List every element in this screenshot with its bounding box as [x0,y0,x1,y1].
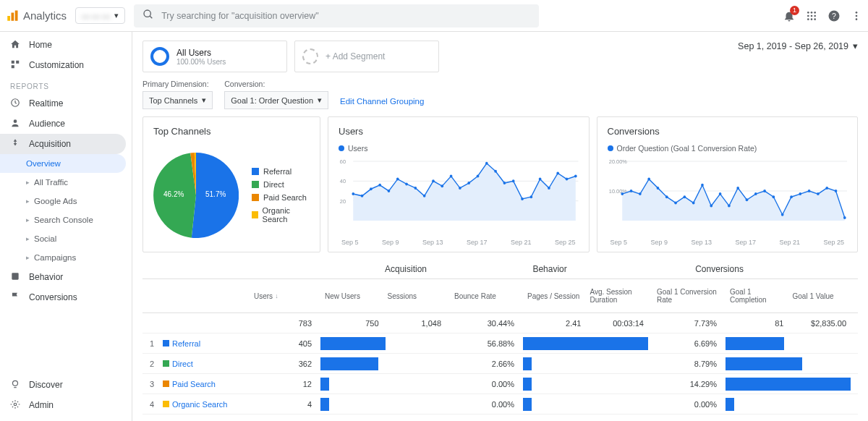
nav-sub-social[interactable]: ▸Social [0,229,132,248]
gear-icon [10,399,20,412]
card-conversions: Conversions Order Question (Goal 1 Conve… [597,116,859,252]
svg-point-54 [539,178,542,181]
primary-dimension-select[interactable]: Top Channels▾ [142,91,213,109]
svg-point-38 [396,178,399,181]
account-selector[interactable]: — — — ▾ [75,7,125,24]
nav-acquisition[interactable]: Acquisition [0,134,126,154]
behavior-icon [10,271,20,284]
svg-point-57 [566,178,569,181]
table-row[interactable]: 2 Direct 362 2.66% 8.79% [142,354,858,374]
card-users: Users Users 204060 Sep 5Sep 9Sep 13Sep 1… [328,116,590,252]
svg-point-44 [450,175,453,178]
svg-point-58 [574,175,577,178]
group-behavior: Behavior [532,260,695,278]
svg-point-51 [512,179,515,182]
col-bounce[interactable]: Bounce Rate [450,279,519,312]
users-line-chart[interactable]: 204060 Sep 5Sep 9Sep 13Sep 17Sep 21Sep 2… [339,157,579,246]
svg-point-35 [370,187,373,190]
svg-point-72 [701,184,704,187]
segment-all-users[interactable]: All Users 100.00% Users [142,41,287,72]
chevron-down-icon: ▾ [318,95,322,105]
chevron-right-icon: ▸ [26,216,30,224]
chevron-down-icon: ▾ [114,11,119,20]
customization-icon [10,59,20,72]
svg-rect-2 [15,10,18,20]
table-row[interactable]: 4 Organic Search 4 0.00% 0.00% [142,394,858,414]
col-users[interactable]: Users↓ [250,279,316,312]
svg-rect-20 [16,60,19,63]
apps-icon[interactable] [806,10,817,22]
table-row[interactable]: 1 Referral 405 56.88% 6.69% [142,333,858,354]
more-icon[interactable] [851,10,862,22]
svg-point-12 [811,18,813,20]
chevron-right-icon: ▸ [26,197,30,205]
pie-chart[interactable]: 51.7% 46.2% [153,153,239,238]
col-g1comp[interactable]: Goal 1 Completion [726,284,788,308]
svg-point-55 [548,187,550,190]
help-icon[interactable]: ? [827,9,841,22]
svg-rect-19 [12,60,14,63]
chevron-down-icon: ▾ [853,41,858,51]
nav-audience[interactable]: Audience [0,114,132,134]
conversion-select[interactable]: Goal 1: Order Question▾ [224,91,328,109]
svg-text:20: 20 [340,197,346,204]
pie-legend: ReferralDirectPaid SearchOrganic Search [252,167,310,224]
nav-discover[interactable]: Discover [0,375,132,395]
nav-sub-search-console[interactable]: ▸Search Console [0,210,132,229]
notifications-button[interactable]: 1 [783,9,796,22]
nav-realtime[interactable]: Realtime [0,93,132,114]
svg-point-39 [405,182,408,185]
col-new-users[interactable]: New Users [320,288,383,305]
col-sessions[interactable]: Sessions [383,288,446,305]
svg-point-37 [388,190,391,192]
svg-point-67 [656,187,659,190]
col-pps[interactable]: Pages / Session [523,288,586,305]
conversions-line-chart[interactable]: 10.00%20.00% Sep 5Sep 9Sep 13Sep 17Sep 2… [608,157,848,246]
table-row[interactable]: 3 Paid Search 12 0.00% 14.29% [142,374,858,394]
account-name: — — — [82,12,110,20]
add-segment-button[interactable]: + Add Segment [294,41,439,72]
app-header: Analytics — — — ▾ Try searching for "acq… [0,0,868,32]
svg-point-41 [423,195,426,197]
svg-point-7 [814,12,816,14]
sort-desc-icon: ↓ [275,292,278,299]
nav-home[interactable]: Home [0,35,132,55]
svg-point-71 [692,201,694,204]
col-g1rate[interactable]: Goal 1 Conversion Rate [652,279,721,312]
nav-conversions[interactable]: Conversions [0,287,132,307]
col-asd[interactable]: Avg. Session Duration [586,284,649,308]
svg-point-48 [485,162,488,165]
nav-sub-google-ads[interactable]: ▸Google Ads [0,192,132,210]
svg-point-73 [710,205,712,208]
svg-point-76 [736,187,739,190]
card-top-channels: Top Channels 51.7% [142,116,320,252]
search-icon [142,9,154,22]
svg-point-3 [144,10,150,17]
nav-sub-all-traffic[interactable]: ▸All Traffic [0,173,132,192]
conversion-label: Conversion: [224,80,328,88]
nav-sub-overview[interactable]: Overview [0,154,126,173]
svg-point-81 [780,213,783,216]
svg-point-36 [378,184,381,187]
svg-point-45 [459,187,461,190]
nav-admin[interactable]: Admin [0,395,132,415]
svg-point-26 [14,403,17,406]
svg-point-9 [811,14,813,17]
svg-point-33 [352,192,354,195]
nav-customization[interactable]: Customization [0,55,132,75]
search-placeholder: Try searching for "acquisition overview" [161,11,319,21]
svg-point-82 [790,195,793,198]
col-g1val[interactable]: Goal 1 Value [788,288,851,305]
nav-behavior[interactable]: Behavior [0,267,132,287]
svg-point-53 [529,195,532,198]
search-input[interactable]: Try searching for "acquisition overview" [134,4,539,27]
primary-dimension-label: Primary Dimension: [142,80,213,88]
svg-rect-21 [12,65,14,68]
svg-point-11 [807,18,809,20]
svg-point-8 [807,14,809,17]
svg-rect-1 [12,12,14,20]
date-range-selector[interactable]: Sep 1, 2019 - Sep 26, 2019 ▾ [738,41,858,51]
nav-sub-campaigns[interactable]: ▸Campaigns [0,248,132,267]
edit-channel-grouping-link[interactable]: Edit Channel Grouping [340,97,424,109]
svg-point-79 [763,190,766,192]
